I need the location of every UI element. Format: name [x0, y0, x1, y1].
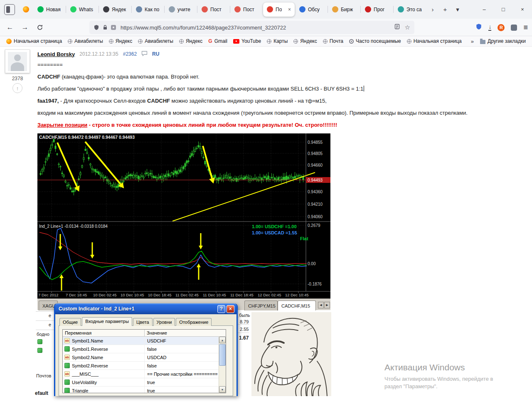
app-menu-icon[interactable]: ≡: [523, 23, 528, 32]
parameter-value[interactable]: true: [145, 380, 155, 385]
bookmark-item[interactable]: Яндекс: [176, 37, 205, 45]
upvote-button[interactable]: ↑: [12, 83, 22, 93]
mt4-tab-scroll-left-icon[interactable]: ◀: [318, 302, 324, 308]
scrollbar-thumb[interactable]: [219, 344, 226, 366]
bookmark-item[interactable]: YouTube: [230, 37, 264, 45]
other-bookmarks-folder[interactable]: Другие закладки: [477, 37, 529, 45]
svg-text:10 Dec 10:45: 10 Dec 10:45: [121, 293, 144, 297]
bookmark-item[interactable]: GGmail: [205, 37, 230, 45]
bookmark-item[interactable]: Яндекс: [106, 37, 135, 45]
bookmark-star-icon[interactable]: ☆: [405, 24, 410, 31]
back-button[interactable]: ←: [3, 21, 17, 34]
password-manager-extension-icon[interactable]: R: [498, 24, 505, 31]
dialog-title-bar[interactable]: Custom Indicator - Ind_2 Line+1 ? ×: [55, 303, 236, 314]
post-number-link[interactable]: #2362: [123, 51, 137, 57]
dialog-scrollbar[interactable]: ▲ ▼: [219, 337, 226, 393]
terminal-text-fragment: efault: [35, 390, 48, 396]
browser-tab[interactable]: Это са: [394, 2, 426, 17]
mt4-tab-scroll-right-icon[interactable]: ▶: [324, 302, 330, 308]
dialog-tab[interactable]: Уровни: [153, 318, 175, 326]
dialog-tab[interactable]: Отображение: [176, 318, 212, 326]
tracking-shield-icon[interactable]: [94, 25, 99, 30]
lock-icon[interactable]: [102, 25, 108, 30]
browser-tab[interactable]: Пост: [231, 2, 262, 17]
tab-strip: НоваяWhatsЯндекКак поучитеПостПостПо×Обс…: [18, 0, 426, 19]
parameter-row[interactable]: Symbol1.Reversefalse: [63, 345, 226, 353]
bookmark-item[interactable]: Начальная страница: [404, 37, 465, 45]
reader-view-icon[interactable]: [394, 24, 400, 31]
close-button[interactable]: ×: [513, 0, 532, 19]
tab-close-icon[interactable]: ×: [288, 7, 291, 12]
parameter-row[interactable]: Symbol2.Reversefalse: [63, 362, 226, 370]
minimize-button[interactable]: –: [475, 0, 494, 19]
post-author-link[interactable]: Leonid Borsky: [37, 51, 75, 57]
terminal-text-fragment: е: [49, 313, 51, 318]
maximize-button[interactable]: □: [494, 0, 513, 19]
dialog-tab[interactable]: Цвета: [133, 318, 153, 326]
browser-tab[interactable]: Бирж: [328, 2, 360, 17]
downloads-icon[interactable]: ↓: [488, 24, 491, 31]
parameter-row[interactable]: abSymbol2.NameUSDCAD: [63, 353, 226, 362]
string-param-icon: ab: [64, 338, 70, 343]
list-all-tabs-icon[interactable]: ▾: [452, 4, 463, 15]
bookmark-item[interactable]: Карты: [264, 37, 291, 45]
dialog-tab[interactable]: Входные параметры: [82, 317, 132, 326]
browser-tab[interactable]: Яндек: [99, 2, 131, 17]
parameter-row[interactable]: UseVolatilitytrue: [63, 378, 226, 387]
mt4-chart-tab[interactable]: CHFJPY,M15: [244, 301, 278, 310]
site-permission-icon[interactable]: [111, 25, 116, 30]
browser-tab[interactable]: Новая: [34, 2, 65, 17]
post-paragraph: CADCHF (канадец-франк)- это одна валютна…: [37, 74, 520, 80]
browser-tab[interactable]: Whats: [66, 2, 98, 17]
parameter-value[interactable]: false: [145, 347, 157, 352]
tab-label: Яндек: [112, 7, 126, 12]
extension-icon[interactable]: [511, 25, 517, 31]
browser-tab[interactable]: [19, 2, 33, 17]
dialog-tab[interactable]: Общие: [59, 318, 81, 326]
parameter-row[interactable]: abSymbol1.NameUSDCHF: [63, 337, 226, 345]
parameter-value[interactable]: true: [145, 388, 155, 393]
caricature-image[interactable]: [251, 312, 331, 396]
parameter-name: Symbol1.Name: [72, 338, 103, 343]
bookmark-item[interactable]: Авиабилеты: [65, 37, 106, 45]
parameter-row[interactable]: Triangletrue: [63, 387, 226, 393]
new-tab-button[interactable]: +: [439, 4, 451, 15]
browser-tab[interactable]: Обсу: [296, 2, 327, 17]
tab-separator: [197, 6, 197, 13]
bookmark-item[interactable]: Почта: [320, 37, 346, 45]
chart-image[interactable]: 0.948550.948050.946600.944930.943600.942…: [37, 133, 330, 310]
browser-tab[interactable]: Пост: [198, 2, 229, 17]
reload-button[interactable]: [33, 21, 47, 34]
scroll-up-icon[interactable]: ▲: [219, 337, 226, 343]
parameter-value[interactable]: == Прочие настройки =========: [145, 372, 218, 377]
bookmark-item[interactable]: Яндекс: [291, 37, 320, 45]
parameter-value[interactable]: USDCAD: [145, 355, 166, 360]
parameter-name-cell: abSymbol1.Name: [63, 337, 145, 345]
firefox-view-icon[interactable]: [4, 4, 15, 15]
bookmarks-overflow-icon[interactable]: »: [468, 38, 477, 44]
parameter-value[interactable]: USDCHF: [145, 338, 166, 343]
adblock-extension-icon[interactable]: [475, 23, 482, 32]
numeric-param-icon: [64, 379, 70, 385]
terminal-text-fragment: Почтов: [36, 373, 51, 378]
dialog-help-button[interactable]: ?: [217, 305, 225, 313]
url-bar[interactable]: https://www.mql5.com/ru/forum/122468/pag…: [89, 21, 414, 34]
post-language-link[interactable]: RU: [152, 51, 159, 57]
parameter-row[interactable]: ab___MISC___== Прочие настройки ========…: [63, 370, 226, 378]
svg-text:7 Dec 18:45: 7 Dec 18:45: [66, 293, 87, 297]
browser-tab[interactable]: По×: [263, 2, 295, 17]
browser-tab[interactable]: Как по: [132, 2, 164, 17]
quote-bubble-icon[interactable]: [141, 51, 148, 57]
mt4-chart-tab[interactable]: CADCHF,M15: [278, 301, 316, 310]
scroll-down-icon[interactable]: ▼: [219, 386, 226, 393]
browser-tab[interactable]: учите: [165, 2, 197, 17]
bookmark-item[interactable]: Авиабилеты: [135, 37, 176, 45]
browser-tab[interactable]: Прог: [361, 2, 393, 17]
forward-button[interactable]: →: [18, 21, 32, 34]
tab-scroll-right-icon[interactable]: ›: [427, 4, 438, 15]
dialog-close-button[interactable]: ×: [227, 305, 234, 313]
parameter-value[interactable]: false: [145, 363, 157, 368]
user-avatar[interactable]: [5, 49, 30, 73]
bookmark-item[interactable]: Часто посещаемые: [346, 37, 404, 45]
bookmark-item[interactable]: Начальная страница: [3, 37, 65, 45]
